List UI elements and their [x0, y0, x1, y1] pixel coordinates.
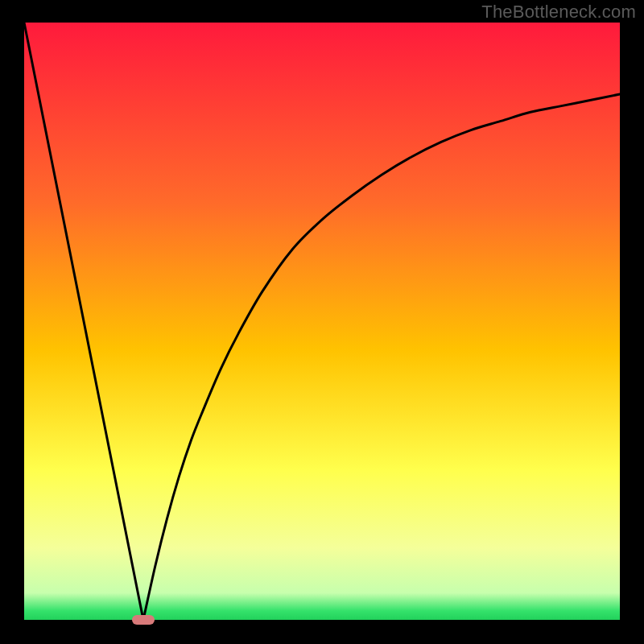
chart-frame: TheBottleneck.com: [0, 0, 644, 644]
watermark-text: TheBottleneck.com: [481, 2, 636, 23]
bottleneck-chart: [0, 0, 644, 644]
vertex-marker: [132, 615, 155, 625]
